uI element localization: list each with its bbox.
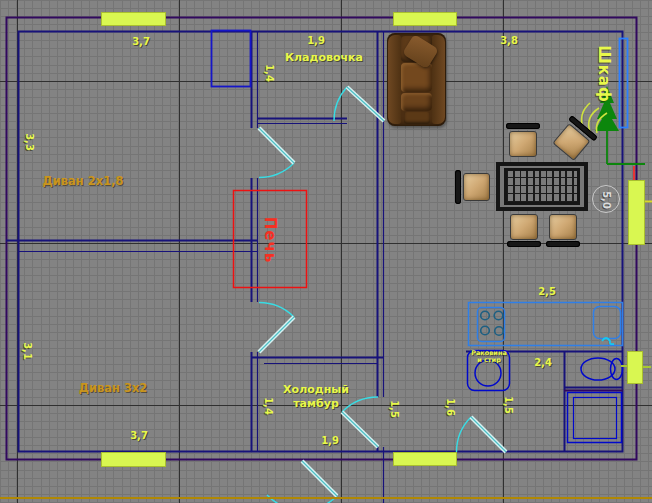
- dim-living-width[interactable]: 3,8: [500, 35, 518, 48]
- chair[interactable]: [545, 214, 581, 248]
- sofa-cushion: [401, 63, 432, 92]
- window-bottom-left[interactable]: [101, 452, 166, 467]
- label-sofa-2x18[interactable]: Диван 2х1,8: [42, 174, 123, 188]
- label-cold-vestibule[interactable]: Холодный тамбур: [283, 383, 349, 411]
- label-storage-room[interactable]: Кладовочка: [285, 51, 363, 65]
- interior-walls[interactable]: [6, 31, 623, 503]
- chair[interactable]: [455, 170, 491, 204]
- floor-plan-drawing: [0, 0, 652, 503]
- window-right-upper[interactable]: [628, 180, 645, 245]
- dim-living-height[interactable]: 5,0: [600, 191, 613, 209]
- door-kitchen[interactable]: [457, 417, 507, 452]
- dim-counter-width[interactable]: 2,5: [538, 286, 556, 299]
- chair[interactable]: [505, 123, 541, 157]
- sofa-top-view[interactable]: [387, 33, 446, 126]
- dim-vestibule-wall[interactable]: 1,5: [388, 400, 401, 418]
- chair[interactable]: [506, 214, 542, 248]
- dining-table-lattice: [504, 168, 580, 205]
- dim-kitchen-door[interactable]: 1,5: [502, 396, 515, 414]
- dim-room1-height[interactable]: 3,3: [23, 133, 36, 151]
- window-right-lower[interactable]: [627, 351, 643, 384]
- sofa-cushion: [404, 112, 430, 124]
- dim-kitchen-opening[interactable]: 1,6: [444, 398, 457, 416]
- sofa-cushion: [401, 93, 432, 111]
- label-stove[interactable]: Печь: [261, 217, 280, 264]
- dim-vestibule-depth[interactable]: 1,4: [262, 397, 275, 415]
- dim-kitchen-depth[interactable]: 2,4: [534, 357, 552, 370]
- floor-plan-canvas: 3,71,9Кладовочка1,43,8Шкаф3,3Диван 2х1,8…: [0, 0, 652, 503]
- dim-room2-height[interactable]: 3,1: [21, 342, 34, 360]
- door-room2[interactable]: [259, 303, 294, 353]
- dim-bottom-width[interactable]: 3,7: [130, 430, 148, 443]
- label-wardrobe[interactable]: Шкаф: [595, 45, 614, 103]
- stove-burner: [481, 326, 490, 335]
- label-sofa-3x2[interactable]: Диван 3х2: [79, 381, 148, 395]
- kitchen-sink[interactable]: [594, 307, 621, 345]
- stove-burner: [481, 311, 490, 320]
- label-sink-washer[interactable]: Раковина и стир: [471, 350, 507, 365]
- dim-top-left-width[interactable]: 3,7: [132, 36, 150, 49]
- sofa-armrest: [388, 35, 401, 124]
- window-top-left[interactable]: [101, 12, 166, 26]
- shower-tray[interactable]: [568, 393, 622, 443]
- stove-burner: [494, 311, 503, 320]
- door-room1[interactable]: [259, 128, 294, 178]
- window-top-right[interactable]: [393, 12, 457, 26]
- dining-table[interactable]: [496, 162, 588, 211]
- window-bottom-right[interactable]: [393, 452, 457, 466]
- dim-storage-depth[interactable]: 1,4: [263, 64, 276, 82]
- canvas-bottom-edge-line: [0, 497, 652, 499]
- stove-burner: [495, 327, 504, 336]
- cabinet-outline[interactable]: [212, 31, 251, 87]
- dim-vestibule-width[interactable]: 1,9: [321, 435, 339, 448]
- dim-storage-width[interactable]: 1,9: [307, 35, 325, 48]
- toilet[interactable]: [581, 358, 623, 380]
